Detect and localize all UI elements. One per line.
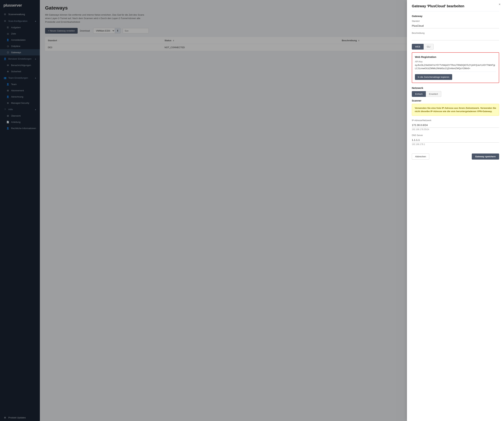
save-button[interactable]: Gateway speichern xyxy=(472,154,499,160)
warning-box: Verwenden Sie eine freie IP-Adresse aus … xyxy=(412,104,499,116)
network-tab-group: Einfach Erweitert xyxy=(412,91,499,97)
ip-input[interactable] xyxy=(412,123,499,128)
web-registration-box: Web Registration API-Key eyJhcGlLZXkiOiI… xyxy=(412,52,499,83)
ip-hint: 192.168.178.55/24 xyxy=(412,128,499,131)
dns-label: DNS Server xyxy=(412,134,499,136)
ip-label: IP-Adresse/Netzwerk xyxy=(412,119,499,122)
modal-section-gateway: Gateway xyxy=(412,15,499,18)
form-field-beschreibung: Beschreibung xyxy=(412,32,499,40)
network-title: Netzwerk xyxy=(412,86,499,89)
tab-cli[interactable]: CLI xyxy=(424,44,434,50)
api-key-label: API-Key xyxy=(415,60,496,63)
warning-text: Verwenden Sie eine freie IP-Adresse aus … xyxy=(415,107,496,113)
form-field-dns: DNS Server 192.168.178.1 xyxy=(412,134,499,146)
modal-footer: Abbrechen Gateway speichern xyxy=(412,151,499,160)
modal-panel: × Gateway 'PlusCloud' bearbeiten Gateway… xyxy=(407,0,504,421)
tab-group-web-cli: WEB CLI xyxy=(412,44,499,50)
modal-title: Gateway 'PlusCloud' bearbeiten xyxy=(412,4,499,8)
standort-input[interactable] xyxy=(412,23,499,28)
cancel-button[interactable]: Abbrechen xyxy=(412,154,429,160)
dns-hint: 192.168.178.1 xyxy=(412,143,499,146)
scanner-title: Scanner xyxy=(412,99,499,102)
api-key-value: eyJhcGlLZXkiOiI4YmY5YTVhMy02YTRmLTRiNDQt… xyxy=(415,64,496,72)
beschreibung-input[interactable] xyxy=(412,35,499,40)
modal-close-button[interactable]: × xyxy=(499,3,501,6)
form-field-standort: Standort xyxy=(412,20,499,28)
copy-button[interactable]: In die Zwischenablage kopieren xyxy=(415,74,452,80)
tab-web[interactable]: WEB xyxy=(412,44,424,50)
tab-einfach[interactable]: Einfach xyxy=(412,91,426,97)
beschreibung-label: Beschreibung xyxy=(412,32,499,34)
tab-erweitert[interactable]: Erweitert xyxy=(426,91,441,97)
form-field-ip: IP-Adresse/Netzwerk 192.168.178.55/24 xyxy=(412,119,499,131)
standort-label: Standort xyxy=(412,20,499,22)
dns-input[interactable] xyxy=(412,137,499,142)
web-reg-title: Web Registration xyxy=(415,55,496,58)
